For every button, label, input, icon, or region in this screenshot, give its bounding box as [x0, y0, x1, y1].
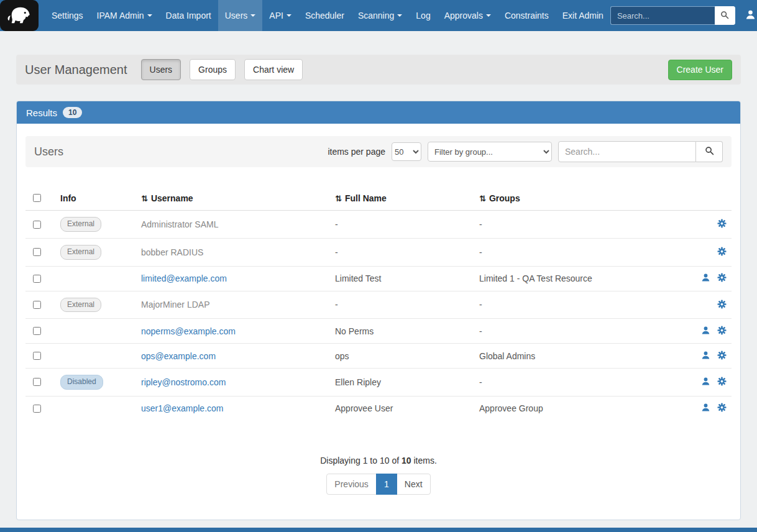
nav-item-label: Exit Admin — [562, 11, 603, 21]
tab-users[interactable]: Users — [141, 59, 181, 80]
tab-groups[interactable]: Groups — [190, 59, 236, 80]
search-icon — [720, 11, 729, 21]
row-settings-gear-icon[interactable] — [717, 326, 727, 337]
username-text: Administrator SAML — [141, 219, 218, 229]
items-per-page-select[interactable]: 50 — [392, 142, 421, 161]
nav-item-label: Log — [416, 11, 430, 21]
full-name-cell: Ellen Ripley — [330, 369, 474, 397]
table-toolbar: Users items per page 50 Filter by group.… — [25, 136, 732, 167]
next-page-button[interactable]: Next — [397, 474, 431, 495]
table-search-input[interactable] — [558, 141, 696, 162]
table-row: Disabledripley@nostromo.comEllen Ripley- — [25, 369, 732, 397]
nav-item-settings[interactable]: Settings — [45, 0, 90, 31]
info-badge: External — [60, 217, 101, 232]
nav-item-scanning[interactable]: Scanning — [351, 0, 409, 31]
main-content: User Management UsersGroupsChart view Cr… — [0, 55, 757, 520]
nav-item-label: Constraints — [505, 11, 549, 21]
table-row: ExternalAdministrator SAML-- — [25, 211, 732, 239]
group-filter-select[interactable]: Filter by group... — [428, 142, 552, 162]
items-per-page-label: items per page — [328, 147, 385, 157]
page: SettingsIPAM AdminData ImportUsersAPISch… — [0, 0, 757, 532]
nav-item-users[interactable]: Users — [218, 0, 263, 31]
sort-icon: ⇅ — [141, 194, 148, 203]
user-profile-icon[interactable] — [701, 351, 710, 362]
nav-item-approvals[interactable]: Approvals — [438, 0, 498, 31]
chevron-down-icon — [250, 14, 255, 17]
row-checkbox[interactable] — [33, 352, 41, 360]
row-settings-gear-icon[interactable] — [717, 377, 727, 388]
table-row: ops@example.comopsGlobal Admins — [25, 344, 732, 369]
info-cell: External — [55, 211, 136, 239]
row-checkbox[interactable] — [33, 275, 41, 283]
select-all-checkbox[interactable] — [33, 194, 41, 202]
row-settings-gear-icon[interactable] — [717, 273, 727, 284]
nav-item-label: API — [269, 11, 283, 21]
nav-item-data-import[interactable]: Data Import — [159, 0, 218, 31]
row-checkbox[interactable] — [33, 248, 41, 256]
chevron-down-icon — [287, 14, 291, 17]
groups-cell: Approvee Group — [474, 396, 679, 421]
nav-item-constraints[interactable]: Constraints — [498, 0, 556, 31]
username-link[interactable]: ops@example.com — [141, 351, 216, 361]
nav-item-ipam-admin[interactable]: IPAM Admin — [90, 0, 159, 31]
column-header-groups[interactable]: ⇅Groups — [474, 186, 679, 211]
row-checkbox[interactable] — [33, 301, 41, 309]
row-settings-gear-icon[interactable] — [717, 247, 727, 258]
username-link[interactable]: ripley@nostromo.com — [141, 377, 226, 387]
sort-icon: ⇅ — [479, 194, 486, 203]
navbar-search-input[interactable] — [610, 6, 715, 25]
user-account-menu[interactable] — [739, 0, 757, 31]
column-header-info: Info — [55, 186, 136, 211]
info-cell — [55, 319, 136, 344]
nav-item-exit-admin[interactable]: Exit Admin — [556, 0, 610, 31]
create-user-button[interactable]: Create User — [668, 60, 732, 80]
results-panel: Results 10 Users items per page 50 Filte… — [16, 101, 741, 520]
info-badge: Disabled — [60, 375, 103, 390]
toolbar-controls: items per page 50 Filter by group... — [328, 141, 723, 162]
page-header-bar: User Management UsersGroupsChart view Cr… — [16, 55, 741, 85]
row-settings-gear-icon[interactable] — [717, 219, 727, 230]
username-link[interactable]: limited@example.com — [141, 273, 227, 283]
nav-item-label: Approvals — [444, 11, 483, 21]
table-row: limited@example.comLimited TestLimited 1… — [25, 266, 732, 291]
user-profile-icon[interactable] — [701, 403, 710, 414]
row-settings-gear-icon[interactable] — [717, 300, 727, 311]
column-header-actions — [679, 186, 732, 211]
user-profile-icon[interactable] — [701, 377, 710, 388]
tab-chart-view[interactable]: Chart view — [244, 59, 303, 80]
user-profile-icon[interactable] — [701, 273, 710, 284]
navbar-search-button[interactable] — [715, 6, 735, 25]
column-header-full-name[interactable]: ⇅Full Name — [330, 186, 474, 211]
username-text: MajorMiner LDAP — [141, 300, 209, 310]
nav-item-label: Users — [225, 11, 248, 21]
username-link[interactable]: noperms@example.com — [141, 326, 236, 336]
table-row: user1@example.comApprovee UserApprovee G… — [25, 396, 732, 421]
previous-page-button[interactable]: Previous — [326, 474, 376, 495]
mammoth-logo-icon — [6, 4, 33, 28]
nav-item-log[interactable]: Log — [409, 0, 437, 31]
nav-item-scheduler[interactable]: Scheduler — [298, 0, 351, 31]
footer-bar — [0, 528, 757, 532]
table-search-button[interactable] — [696, 141, 723, 162]
info-badge: External — [60, 298, 101, 313]
nav-item-api[interactable]: API — [262, 0, 298, 31]
info-cell: External — [55, 291, 136, 319]
row-checkbox[interactable] — [33, 378, 41, 386]
info-cell: Disabled — [55, 369, 136, 397]
row-checkbox[interactable] — [33, 221, 41, 229]
groups-cell: - — [474, 291, 679, 319]
full-name-cell: No Perms — [330, 319, 474, 344]
row-settings-gear-icon[interactable] — [717, 403, 727, 414]
row-checkbox[interactable] — [33, 327, 41, 335]
info-cell — [55, 396, 136, 421]
row-checkbox[interactable] — [33, 405, 41, 413]
column-header-username[interactable]: ⇅Username — [136, 186, 330, 211]
page-1-button[interactable]: 1 — [376, 474, 397, 495]
pagination-summary: Displaying 1 to 10 of 10 items. — [25, 456, 732, 466]
page-title: User Management — [25, 63, 127, 77]
username-link[interactable]: user1@example.com — [141, 403, 224, 413]
row-settings-gear-icon[interactable] — [717, 351, 727, 362]
user-profile-icon[interactable] — [701, 326, 710, 337]
app-logo[interactable] — [0, 0, 39, 31]
table-search — [558, 141, 723, 162]
